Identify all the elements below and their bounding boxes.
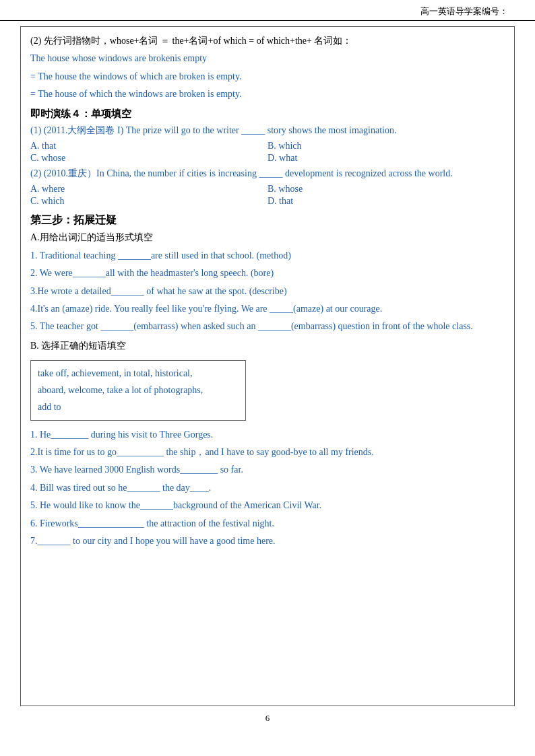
q1-options: A. that B. which [30,141,505,151]
partA-title: A.用给出词汇的适当形式填空 [30,230,505,245]
page: 高一英语导学案编号： (2) 先行词指物时，whose+名词 ＝ the+名词+… [0,0,535,756]
q1-optionA: A. that [30,141,268,151]
partA-item2: 2. We were_______all with the headmaster… [30,266,505,281]
q1-optionD: D. what [268,153,505,164]
partB-item3: 3. We have learned 3000 English words___… [30,462,505,477]
q2-options2: C. which D. that [30,196,505,207]
q2-optionC: C. which [30,196,268,207]
intro-text1: (2) 先行词指物时，whose+名词 ＝ the+名词+of which = … [30,36,352,46]
page-header: 高一英语导学案编号： [0,0,535,21]
header-title: 高一英语导学案编号： [420,5,508,18]
practice4-title: 即时演练４：单项填空 [30,108,505,121]
q2-optionD: D. that [268,196,505,207]
partB-title: B. 选择正确的短语填空 [30,339,505,353]
partB-item6: 6. Fireworks______________ the attractio… [30,516,505,531]
partA-item4: 4.It's an (amaze) ride. You really feel … [30,302,505,316]
q2-options: A. where B. whose [30,184,505,195]
q1-stem-text: (1) (2011.大纲全国卷 I) The prize will go to … [30,125,396,135]
q1-stem: (1) (2011.大纲全国卷 I) The prize will go to … [30,123,505,138]
main-content: (2) 先行词指物时，whose+名词 ＝ the+名词+of which = … [20,26,515,706]
intro-line1: (2) 先行词指物时，whose+名词 ＝ the+名词+of which = … [30,34,505,48]
q1-optionC: C. whose [30,153,268,164]
intro-text4: = The house of which the windows are bro… [30,89,242,99]
q2-optionB: B. whose [268,184,505,195]
partA-item5: 5. The teacher got _______(embarrass) wh… [30,319,505,334]
q1-optionB: B. which [268,141,505,151]
partB-item1: 1. He________ during his visit to Three … [30,427,505,442]
page-number: 6 [0,713,535,724]
q1-options2: C. whose D. what [30,153,505,164]
q2-stem-text: (2) (2010.重庆）In China, the number if cit… [30,168,453,178]
phrase-box-text: take off, achievement, in total, histori… [38,368,203,412]
partA-item1: 1. Traditional teaching _______are still… [30,248,505,263]
intro-text2: The house whose windows are brokenis emp… [30,53,207,63]
partB-item2: 2.It is time for us to go__________ the … [30,445,505,460]
partA-item3: 3.He wrote a detailed_______ of what he … [30,284,505,299]
intro-line3: = The house the windows of which are bro… [30,69,505,84]
intro-line4: = The house of which the windows are bro… [30,87,505,102]
partB-item5: 5. He would like to know the_______backg… [30,498,505,513]
partB-item7: 7._______ to our city and I hope you wil… [30,534,505,549]
q2-stem: (2) (2010.重庆）In China, the number if cit… [30,166,505,181]
partB-item4: 4. Bill was tired out so he_______ the d… [30,481,505,495]
q2-optionA: A. where [30,184,268,195]
intro-text3: = The house the windows of which are bro… [30,71,242,81]
phrase-box: take off, achievement, in total, histori… [30,360,246,421]
intro-line2: The house whose windows are brokenis emp… [30,51,505,66]
step3-title: 第三步：拓展迁疑 [30,213,505,228]
